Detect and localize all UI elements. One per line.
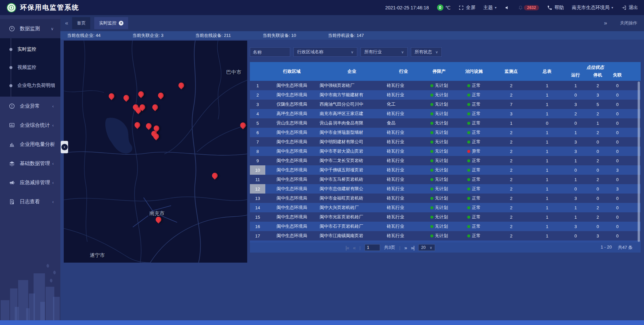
- cell-company: 营山县润丰肉食品有限: [318, 118, 385, 128]
- sidebar-subitem-power-load-detail[interactable]: 企业电力负荷明细: [0, 76, 60, 95]
- tab-realtime-monitor[interactable]: 实时监控 ×: [94, 17, 128, 29]
- map-pin[interactable]: [146, 123, 152, 129]
- next-page-button[interactable]: »: [405, 245, 407, 251]
- table-row[interactable]: 4高坪生态环境局南充市高坪区王家店建砖瓦行业无计划正常31220: [250, 109, 641, 118]
- map-panel[interactable]: 巴中市南充市遂宁市 ‹: [64, 41, 247, 263]
- cell-company: 阆中市二龙长宝页岩砖: [318, 156, 385, 165]
- fullscreen-icon: [459, 5, 464, 10]
- sidebar-item-enterprise-statistics[interactable]: 企业综合统计‹: [0, 116, 60, 135]
- logout-button[interactable]: 退出: [621, 5, 638, 11]
- mute-button[interactable]: [504, 5, 510, 10]
- region-filter-select[interactable]: 行政区域名称∨: [293, 47, 357, 57]
- stop-production-label: 无计划: [435, 139, 448, 145]
- status-dot-icon: [430, 197, 433, 200]
- table-row[interactable]: 14阆中生态环境局阆中大兴页岩机砖厂砖瓦行业无计划正常21120: [250, 203, 641, 212]
- sidebar-collapse-handle[interactable]: ‹: [61, 141, 68, 153]
- stats-bar: 当前在线企业: 44当前失联企业: 3当前在线设备: 211当前失联设备: 10…: [60, 31, 644, 40]
- map-pin[interactable]: [240, 122, 246, 128]
- tabs-scroll-right-icon[interactable]: »: [604, 20, 607, 26]
- tab-close-icon[interactable]: ×: [119, 21, 123, 25]
- last-page-button[interactable]: »|: [411, 245, 414, 251]
- table-row[interactable]: 3仪陇生态环境局西南油气田分公司川中化工无计划正常71350: [250, 100, 641, 109]
- table-row[interactable]: 7阆中生态环境局阆中明阳建材有限公司砖瓦行业无计划正常21300: [250, 137, 641, 147]
- help-button[interactable]: 帮助: [547, 5, 564, 11]
- group-header-label: 点位状态: [563, 64, 627, 70]
- organization-dropdown[interactable]: 南充市生态环境局▾: [572, 5, 613, 11]
- fullscreen-button[interactable]: 全屏: [459, 5, 475, 11]
- map-pin[interactable]: [135, 122, 141, 128]
- prev-page-button[interactable]: «: [353, 245, 355, 251]
- cell-pollution-facility: 正常: [457, 100, 491, 109]
- map-pin[interactable]: [158, 93, 164, 99]
- table-row[interactable]: 17阆中生态环境局阆中市江南镇阆南页岩砖瓦行业无计划正常21030: [250, 231, 641, 240]
- status-dot-icon: [467, 141, 470, 144]
- pollution-facility-label: 正常: [472, 120, 481, 126]
- stat-item: 当前在线设备: 211: [195, 33, 231, 39]
- table-row[interactable]: 1阆中生态环境局阆中强锐页岩砖厂砖瓦行业无计划正常21120: [250, 81, 641, 90]
- sidebar-item-enterprise-abnormal[interactable]: 企业异常‹: [0, 97, 60, 116]
- table-row[interactable]: 9阆中生态环境局阆中市二龙长宝页岩砖砖瓦行业无计划正常21120: [250, 156, 641, 165]
- cell-stop-production: 无计划: [422, 165, 457, 175]
- table-row[interactable]: 6阆中生态环境局阆中市金博瑞新型墙材砖瓦行业无计划正常21120: [250, 128, 641, 137]
- cell-region: 营山生态环境局: [265, 118, 318, 128]
- close-operations-dropdown[interactable]: 关闭操作: [620, 20, 637, 26]
- column-offline: 失联: [607, 72, 627, 79]
- table-row[interactable]: 5营山生态环境局营山县润丰肉食品有限食品无计划正常10010: [250, 118, 641, 128]
- table-row[interactable]: 11阆中生态环境局阆中市五马桥页岩机砖砖瓦行业无计划正常21120: [250, 175, 641, 184]
- map-pin[interactable]: [212, 173, 218, 179]
- cell-stopped-count: 0: [588, 165, 607, 175]
- table-row[interactable]: 18南部生态环境局南部县殊华水泥有限公建材行业无计划正常60060: [250, 240, 641, 242]
- cell-run-count: 1: [563, 175, 588, 184]
- cell-run-count: 3: [563, 100, 588, 109]
- table-scrollbar[interactable]: [638, 82, 640, 242]
- table-row[interactable]: 8阆中生态环境局阆中市枣碧大梁山页岩砖瓦行业无计划异常21300: [250, 147, 641, 156]
- sidebar-item-log-view[interactable]: 日志查看‹: [0, 192, 60, 211]
- row-index: 11: [250, 175, 265, 184]
- status-filter-select[interactable]: 所有状态∨: [411, 47, 442, 57]
- tab-label: 实时监控: [99, 20, 116, 26]
- stop-production-label: 无计划: [435, 148, 448, 154]
- industry-filter-select[interactable]: 所有行业∨: [361, 47, 408, 57]
- first-page-button[interactable]: |«: [345, 245, 349, 251]
- cell-total-meter: 1: [531, 212, 563, 222]
- table-row[interactable]: 10阆中生态环境局阆中千佛镇五郎垭页岩砖瓦行业无计划正常21003: [250, 165, 641, 175]
- sidebar-item-base-data-management[interactable]: 基础数据管理‹: [0, 154, 60, 173]
- tabs-scroll-left-icon[interactable]: «: [65, 20, 68, 26]
- page-size-select[interactable]: 20∨: [418, 244, 435, 251]
- table-row[interactable]: 12阆中生态环境局阆中市忠信建材有限公砖瓦行业无计划正常21003: [250, 184, 641, 194]
- notifications-button[interactable]: 2632: [518, 5, 539, 10]
- status-dot-icon: [430, 150, 433, 153]
- sidebar-subitem-video-monitor[interactable]: 视频监控: [0, 58, 60, 76]
- table-row[interactable]: 13阆中生态环境局阆中市金福旺页岩机砖砖瓦行业无计划正常21300: [250, 194, 641, 203]
- sidebar-subitem-realtime-monitor[interactable]: 实时监控: [0, 40, 60, 58]
- table-row[interactable]: 2阆中生态环境局阆中市南方节能建材有砖瓦行业无计划正常21030: [250, 90, 641, 100]
- sidebar-item-data-monitoring[interactable]: 数据监测∨: [0, 19, 60, 38]
- sidebar-item-emergency-reduction[interactable]: 应急减排管理‹: [0, 173, 60, 192]
- map-pin[interactable]: [140, 104, 146, 110]
- map-pin[interactable]: [156, 217, 162, 223]
- table-row[interactable]: 16阆中生态环境局阆中市石子页岩机砖厂砖瓦行业无计划正常21300: [250, 222, 641, 231]
- map-pin[interactable]: [152, 104, 158, 110]
- building-shape: [1, 300, 9, 320]
- tab-home[interactable]: 首页: [72, 17, 90, 29]
- map-pin[interactable]: [153, 133, 159, 140]
- table-row[interactable]: 15阆中生态环境局阆中市光富页岩机砖厂砖瓦行业无计划正常21120: [250, 212, 641, 222]
- row-index: 3: [250, 100, 265, 109]
- page-number-input[interactable]: [365, 244, 380, 251]
- cell-run-count: 1: [563, 203, 588, 212]
- map-pin[interactable]: [123, 95, 129, 101]
- map-pin[interactable]: [138, 91, 144, 97]
- sidebar-item-power-usage-analysis[interactable]: 企业用电量分析‹: [0, 135, 60, 154]
- alert-circle-icon: [9, 103, 15, 109]
- map-pin[interactable]: [178, 83, 184, 89]
- name-filter-input[interactable]: [250, 47, 290, 57]
- chevron-left-icon: ‹: [52, 180, 54, 185]
- status-dot-icon: [430, 234, 433, 237]
- enterprise-table: 行政区域 企业 行业 停限产 治污设施 监测点 总表 点位状态 运行 停机: [250, 62, 641, 253]
- logout-icon: [621, 5, 627, 10]
- theme-dropdown[interactable]: 主题▾: [483, 5, 496, 11]
- butterfly-shape: [52, 270, 57, 275]
- filter-bar: 行政区域名称∨ 所有行业∨ 所有状态∨: [250, 47, 641, 57]
- cell-total-meter: 1: [531, 184, 563, 194]
- map-pin[interactable]: [109, 93, 115, 99]
